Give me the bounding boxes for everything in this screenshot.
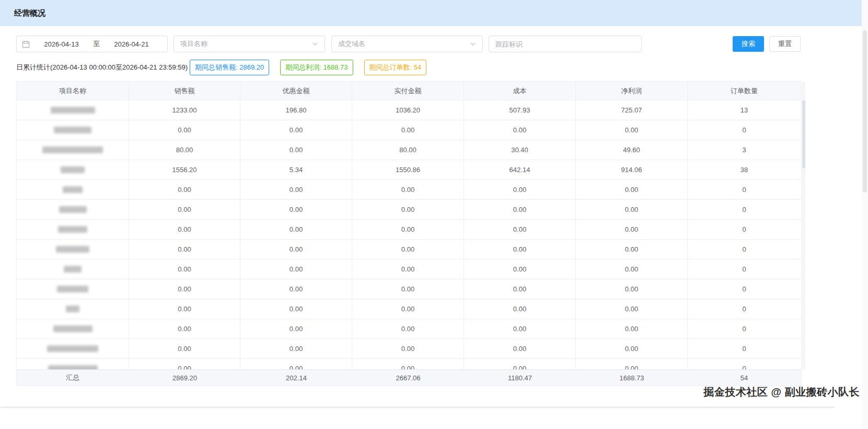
value-cell: 0.00 bbox=[352, 259, 464, 279]
date-range-picker[interactable]: 2026-04-13 至 2026-04-21 bbox=[16, 36, 168, 52]
project-name-cell bbox=[17, 100, 129, 120]
stat-badges: 期间总销售额: 2869.20期间总利润: 1688.73期间总订单数: 54 bbox=[188, 60, 426, 75]
watermark-text: 掘金技术社区 @ 副业搬砖小队长 bbox=[703, 385, 860, 399]
value-cell: 1556.20 bbox=[129, 160, 240, 179]
project-name-cell bbox=[17, 160, 129, 179]
value-cell: 0.00 bbox=[240, 140, 352, 160]
table-row: 0.000.000.000.000.000 bbox=[17, 359, 801, 369]
redacted-project-name bbox=[54, 127, 91, 133]
table-row: 0.000.000.000.000.000 bbox=[17, 299, 801, 319]
date-end-input[interactable]: 2026-04-21 bbox=[101, 40, 162, 48]
value-cell: 0.00 bbox=[576, 339, 688, 358]
value-cell: 0.00 bbox=[352, 279, 464, 299]
content-area: 2026-04-13 至 2026-04-21 项目名称 成交域名 搜索 重置 … bbox=[0, 26, 805, 386]
value-cell: 0.00 bbox=[352, 319, 464, 338]
value-cell: 0 bbox=[688, 339, 801, 358]
value-cell: 0.00 bbox=[464, 319, 576, 338]
value-cell: 0.00 bbox=[240, 319, 352, 338]
table-row: 1556.205.341550.86642.14914.0638 bbox=[17, 160, 801, 180]
value-cell: 914.06 bbox=[576, 160, 688, 179]
table-scrollbar-track bbox=[802, 82, 805, 369]
value-cell: 0.00 bbox=[464, 120, 576, 140]
deal-domain-select[interactable]: 成交域名 bbox=[331, 36, 483, 52]
value-cell: 0 bbox=[688, 319, 801, 338]
value-cell: 0.00 bbox=[129, 259, 240, 279]
reset-button[interactable]: 重置 bbox=[769, 36, 801, 52]
chevron-down-icon bbox=[470, 41, 476, 47]
value-cell: 0.00 bbox=[464, 299, 576, 319]
value-cell: 0.00 bbox=[576, 319, 688, 338]
value-cell: 80.00 bbox=[352, 140, 464, 160]
value-cell: 0.00 bbox=[576, 279, 688, 299]
value-cell: 0 bbox=[688, 180, 801, 199]
value-cell: 0.00 bbox=[352, 299, 464, 319]
project-name-placeholder: 项目名称 bbox=[180, 39, 207, 49]
value-cell: 0 bbox=[688, 240, 801, 259]
project-name-select[interactable]: 项目名称 bbox=[173, 36, 325, 52]
chevron-down-icon bbox=[312, 41, 318, 47]
project-name-cell bbox=[17, 359, 129, 369]
value-cell: 0.00 bbox=[129, 359, 240, 369]
value-cell: 0.00 bbox=[352, 240, 464, 259]
value-cell: 1036.20 bbox=[352, 100, 464, 120]
value-cell: 0 bbox=[688, 299, 801, 319]
project-name-cell bbox=[17, 140, 129, 160]
redacted-project-name bbox=[56, 246, 89, 253]
column-header: 实付金额 bbox=[352, 82, 464, 100]
value-cell: 49.60 bbox=[576, 140, 688, 160]
project-name-cell bbox=[17, 240, 129, 259]
table-scrollbar-thumb[interactable] bbox=[802, 100, 805, 168]
value-cell: 0 bbox=[688, 220, 801, 239]
value-cell: 0.00 bbox=[464, 259, 576, 279]
value-cell: 0.00 bbox=[576, 259, 688, 279]
value-cell: 0.00 bbox=[129, 240, 240, 259]
value-cell: 642.14 bbox=[464, 160, 576, 179]
table-row: 0.000.000.000.000.000 bbox=[17, 220, 801, 240]
column-header: 优惠金额 bbox=[240, 82, 352, 100]
table-row: 0.000.000.000.000.000 bbox=[17, 259, 801, 279]
date-start-input[interactable]: 2026-04-13 bbox=[31, 40, 92, 48]
value-cell: 0.00 bbox=[240, 180, 352, 199]
daily-summary-text: 日累计统计(2026-04-13 00:00:00至2026-04-21 23:… bbox=[16, 63, 188, 72]
table-body: 1233.00196.801036.20507.93725.07130.000.… bbox=[17, 100, 801, 369]
redacted-project-name bbox=[51, 107, 95, 114]
project-name-cell bbox=[17, 299, 129, 319]
column-header: 订单数量 bbox=[688, 82, 801, 100]
value-cell: 0.00 bbox=[240, 240, 352, 259]
deal-domain-placeholder: 成交域名 bbox=[338, 39, 365, 49]
redacted-project-name bbox=[48, 365, 98, 369]
value-cell: 0.00 bbox=[576, 240, 688, 259]
value-cell: 0 bbox=[688, 120, 801, 140]
table-header-row: 项目名称销售额优惠金额实付金额成本净利润订单数量 bbox=[17, 82, 801, 100]
page-scrollbar-track bbox=[862, 0, 868, 429]
page-scrollbar-thumb[interactable] bbox=[863, 30, 867, 193]
value-cell: 0.00 bbox=[240, 259, 352, 279]
value-cell: 0.00 bbox=[352, 200, 464, 219]
value-cell: 0.00 bbox=[576, 120, 688, 140]
value-cell: 38 bbox=[688, 160, 801, 179]
table-row: 0.000.000.000.000.000 bbox=[17, 339, 801, 359]
value-cell: 0.00 bbox=[129, 180, 240, 199]
search-button[interactable]: 搜索 bbox=[733, 36, 764, 52]
redacted-project-name bbox=[64, 266, 82, 273]
value-cell: 0.00 bbox=[240, 200, 352, 219]
value-cell: 0.00 bbox=[240, 299, 352, 319]
redacted-project-name bbox=[59, 206, 87, 213]
project-name-cell bbox=[17, 180, 129, 199]
value-cell: 0.00 bbox=[240, 220, 352, 239]
summary-label: 汇总 bbox=[17, 370, 129, 386]
tracking-id-input[interactable] bbox=[489, 36, 642, 52]
project-name-cell bbox=[17, 200, 129, 219]
value-cell: 80.00 bbox=[129, 140, 240, 160]
table-row: 1233.00196.801036.20507.93725.0713 bbox=[17, 100, 801, 120]
date-separator: 至 bbox=[92, 39, 101, 49]
stat-badge: 期间总销售额: 2869.20 bbox=[190, 60, 269, 75]
value-cell: 0.00 bbox=[464, 339, 576, 358]
summary-row: 汇总2869.20202.142667.061180.471688.7354 bbox=[17, 369, 801, 386]
overview-table: 项目名称销售额优惠金额实付金额成本净利润订单数量 1233.00196.8010… bbox=[16, 81, 802, 386]
value-cell: 0.00 bbox=[576, 299, 688, 319]
summary-value: 1180.47 bbox=[464, 370, 576, 386]
horizontal-scrollbar-track bbox=[0, 407, 835, 408]
value-cell: 0.00 bbox=[464, 200, 576, 219]
value-cell: 0.00 bbox=[464, 359, 576, 369]
